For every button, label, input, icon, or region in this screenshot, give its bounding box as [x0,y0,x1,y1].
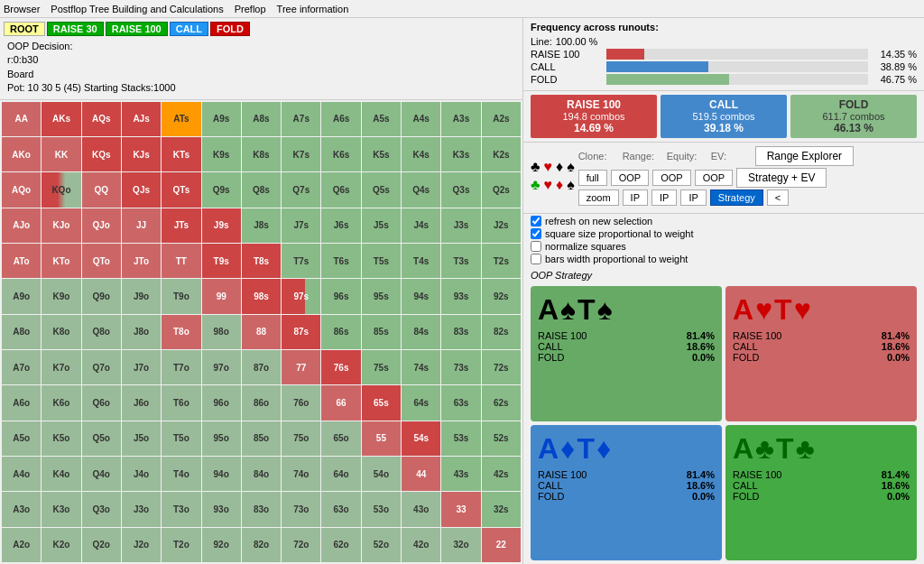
grid-cell[interactable]: 86s [321,315,360,349]
breadcrumb-raise30[interactable]: RAISE 30 [47,22,104,36]
grid-cell[interactable]: 54o [362,457,401,491]
grid-cell[interactable]: ATo [2,244,41,278]
grid-cell[interactable]: 65s [362,385,401,420]
grid-cell[interactable]: 95s [362,279,401,313]
grid-cell[interactable]: T9o [162,279,200,313]
grid-cell[interactable]: J5s [362,208,401,243]
grid-cell[interactable]: QTo [82,244,121,278]
grid-cell[interactable]: K4o [42,457,80,491]
grid-cell[interactable]: A2s [482,102,521,136]
grid-cell[interactable]: K9o [42,279,80,313]
grid-cell[interactable]: K7o [42,350,80,384]
grid-cell[interactable]: T7s [282,244,320,278]
grid-cell[interactable]: J6o [122,385,161,420]
grid-cell[interactable]: K7s [282,137,320,171]
grid-cell[interactable]: A3o [2,492,41,526]
full-btn[interactable]: full [578,170,607,186]
grid-cell[interactable]: K2o [42,528,80,562]
grid-cell[interactable]: A9s [202,102,241,136]
grid-cell[interactable]: 72o [282,528,320,562]
grid-cell[interactable]: J6s [321,208,360,243]
grid-cell[interactable]: T9s [202,244,241,278]
grid-cell[interactable]: Q5o [82,421,121,456]
grid-cell[interactable]: Q8s [242,172,281,207]
grid-cell[interactable]: 55 [362,421,401,456]
grid-cell[interactable]: 44 [402,457,440,491]
grid-cell[interactable]: T2o [162,528,200,562]
grid-cell[interactable]: 92o [202,528,241,562]
grid-cell[interactable]: KTo [42,244,80,278]
grid-cell[interactable]: J9o [122,279,161,313]
ip-btn-3[interactable]: IP [680,190,706,206]
grid-cell[interactable]: A7s [282,102,320,136]
range-explorer-btn[interactable]: Range Explorer [755,146,854,166]
grid-cell[interactable]: AJo [2,208,41,243]
grid-cell[interactable]: 82o [242,528,281,562]
grid-cell[interactable]: 42s [482,457,521,491]
grid-cell[interactable]: 88 [242,315,281,349]
grid-cell[interactable]: A2o [2,528,41,562]
ip-btn-1[interactable]: IP [623,190,648,206]
grid-cell[interactable]: 22 [482,528,521,562]
grid-cell[interactable]: 73s [441,350,480,384]
grid-cell[interactable]: AKs [42,102,80,136]
grid-cell[interactable]: K9s [202,137,241,171]
grid-cell[interactable]: 43o [402,492,440,526]
grid-cell[interactable]: J7o [122,350,161,384]
action-block-fold[interactable]: FOLD611.7 combos46.13 % [790,95,917,138]
grid-cell[interactable]: J5o [122,421,161,456]
grid-cell[interactable]: JTs [162,208,200,243]
grid-cell[interactable]: AKo [2,137,41,171]
grid-cell[interactable]: 64o [321,457,360,491]
breadcrumb-raise100[interactable]: RAISE 100 [106,22,168,36]
oop-btn-3[interactable]: OOP [695,170,733,186]
diamond-icon-1[interactable]: ♦ [556,159,563,175]
grid-cell[interactable]: 87s [282,315,320,349]
grid-cell[interactable]: 84s [402,315,440,349]
heart-icon-1[interactable]: ♥ [544,159,553,175]
menu-postflop[interactable]: Postflop Tree Building and Calculations [51,4,223,14]
grid-cell[interactable]: K5s [362,137,401,171]
grid-cell[interactable]: Q5s [362,172,401,207]
grid-cell[interactable]: T4o [162,457,200,491]
grid-cell[interactable]: 75o [282,421,320,456]
grid-cell[interactable]: 97o [202,350,241,384]
grid-cell[interactable]: K3s [441,137,480,171]
grid-cell[interactable]: A5s [362,102,401,136]
grid-cell[interactable]: J2s [482,208,521,243]
grid-cell[interactable]: 73o [282,492,320,526]
grid-cell[interactable]: 93s [441,279,480,313]
grid-cell[interactable]: J7s [282,208,320,243]
grid-cell[interactable]: K8o [42,315,80,349]
grid-cell[interactable]: Q2s [482,172,521,207]
grid-cell[interactable]: 66 [321,385,360,420]
grid-cell[interactable]: 96o [202,385,241,420]
grid-cell[interactable]: 72s [482,350,521,384]
grid-cell[interactable]: 77 [282,350,320,384]
grid-cell[interactable]: 94s [402,279,440,313]
grid-cell[interactable]: A6s [321,102,360,136]
grid-cell[interactable]: Q8o [82,315,121,349]
grid-cell[interactable]: KJo [42,208,80,243]
grid-cell[interactable]: JJ [122,208,161,243]
grid-cell[interactable]: 76s [321,350,360,384]
grid-cell[interactable]: 52s [482,421,521,456]
grid-cell[interactable]: T5s [362,244,401,278]
grid-cell[interactable]: QJo [82,208,121,243]
grid-cell[interactable]: 74s [402,350,440,384]
diamond-icon-2[interactable]: ♦ [556,177,563,193]
grid-cell[interactable]: AJs [122,102,161,136]
grid-cell[interactable]: QTs [162,172,200,207]
breadcrumb-fold[interactable]: FOLD [210,22,250,36]
checkbox-2[interactable] [531,241,541,252]
menu-preflop[interactable]: Preflop [235,4,266,14]
grid-cell[interactable]: K5o [42,421,80,456]
combo-panel-club[interactable]: A♣T♣RAISE 10081.4%CALL18.6%FOLD0.0% [725,425,917,560]
grid-cell[interactable]: Q4s [402,172,440,207]
strategy-btn[interactable]: Strategy [710,190,763,206]
grid-cell[interactable]: T8s [242,244,281,278]
grid-cell[interactable]: KK [42,137,80,171]
grid-cell[interactable]: J8s [242,208,281,243]
grid-cell[interactable]: 63s [441,385,480,420]
grid-cell[interactable]: J2o [122,528,161,562]
